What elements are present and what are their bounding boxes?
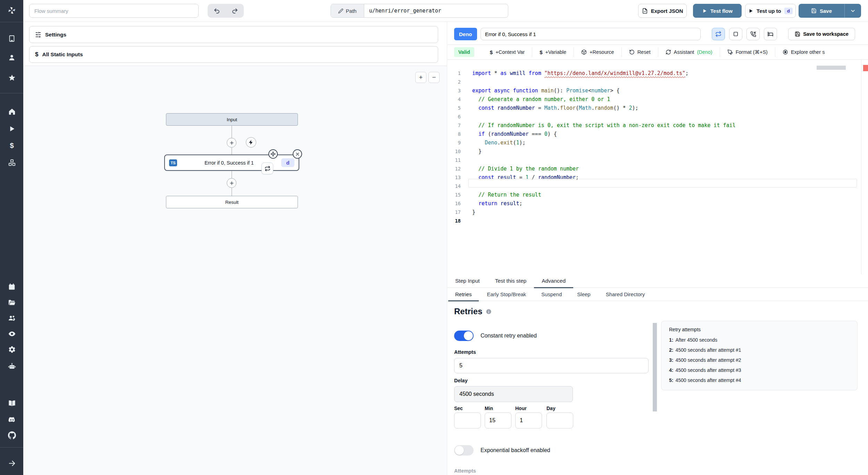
test-flow-button[interactable]: Test flow — [693, 4, 742, 18]
move-step-button[interactable] — [268, 149, 278, 159]
subtab-shared-directory[interactable]: Shared Directory — [598, 288, 653, 301]
workers-robot-icon[interactable] — [7, 361, 16, 370]
resources-boxes-icon[interactable] — [7, 158, 16, 167]
code-line[interactable]: 4 // Generate a random number, either 0 … — [448, 95, 868, 104]
subtab-sleep[interactable]: Sleep — [569, 288, 598, 301]
code-line[interactable]: 5 const randomNumber = Math.floor(Math.r… — [448, 104, 868, 112]
min-input[interactable] — [485, 412, 511, 428]
trigger-bolt-button[interactable] — [246, 137, 256, 148]
code-line[interactable]: 8 if (randomNumber === 0) { — [448, 130, 868, 139]
code-line[interactable]: 9 Deno.exit(1); — [448, 139, 868, 147]
subtab-retries[interactable]: Retries — [448, 288, 479, 301]
settings-gear-icon[interactable] — [7, 345, 16, 354]
line-number: 8 — [448, 130, 465, 139]
schedules-calendar-icon[interactable] — [7, 282, 16, 291]
test-up-to-label: Test up to — [757, 8, 781, 14]
retries-toggle-button[interactable] — [712, 28, 725, 40]
exponential-backoff-switch[interactable] — [454, 445, 474, 456]
home-icon[interactable] — [7, 107, 16, 116]
form-scrollbar[interactable] — [653, 301, 657, 475]
expand-arrow-icon[interactable] — [7, 459, 16, 468]
constant-retry-switch[interactable] — [454, 331, 474, 341]
favorites-star-icon[interactable] — [7, 73, 16, 82]
code-line[interactable]: 15 // Return the result — [448, 191, 868, 199]
code-line[interactable]: 11 — [448, 156, 868, 165]
suspend-button[interactable] — [746, 28, 760, 40]
flow-node-input[interactable]: Input — [166, 113, 298, 126]
code-line[interactable]: 17} — [448, 208, 868, 217]
info-icon[interactable] — [486, 309, 492, 315]
code-line[interactable]: 2 — [448, 78, 868, 86]
all-static-inputs-button[interactable]: $ All Static Inputs — [29, 46, 438, 63]
format-button[interactable]: Format (⌘+S) — [720, 47, 775, 57]
code-line[interactable]: 16 return result; — [448, 199, 868, 208]
save-to-workspace-button[interactable]: Save to workspace — [788, 28, 855, 40]
sec-input[interactable] — [454, 412, 481, 428]
explore-scripts-button[interactable]: Explore other s — [775, 47, 832, 57]
zoom-in-button[interactable]: + — [415, 72, 426, 83]
add-step-button[interactable] — [227, 138, 236, 148]
tab-step-input[interactable]: Step Input — [448, 274, 487, 288]
audit-eye-icon[interactable] — [7, 329, 16, 338]
exponential-backoff-row: Exponential backoff enabled — [454, 445, 550, 456]
redo-button[interactable] — [226, 4, 244, 18]
step-name-input[interactable] — [481, 28, 701, 40]
zoom-out-button[interactable]: − — [428, 72, 440, 83]
code-line[interactable]: 18 — [448, 217, 868, 225]
workspace-building-icon[interactable] — [7, 34, 16, 43]
windmill-logo-icon[interactable] — [7, 6, 16, 15]
undo-button[interactable] — [208, 4, 226, 18]
code-line[interactable]: 13 const result = 1 / randomNumber; — [448, 173, 868, 182]
code-line[interactable]: 1import * as wmill from "https://deno.la… — [448, 69, 868, 78]
code-line[interactable]: 14 — [448, 182, 868, 191]
delete-step-button[interactable] — [293, 149, 302, 159]
hour-input[interactable] — [515, 412, 542, 428]
subtab-early-stop[interactable]: Early Stop/Break — [479, 288, 534, 301]
tab-test-this-step[interactable]: Test this step — [487, 274, 534, 288]
code-editor[interactable]: 1import * as wmill from "https://deno.la… — [448, 60, 868, 274]
delay-input[interactable] — [454, 386, 573, 402]
retry-indicator-badge[interactable] — [261, 162, 273, 174]
code-line[interactable]: 12 // Divide 1 by the random number — [448, 165, 868, 173]
assistant-button[interactable]: Assistant (Deno) — [658, 47, 720, 57]
save-button[interactable]: Save — [799, 4, 844, 18]
add-context-var-button[interactable]: $ +Context Var — [483, 47, 532, 57]
scrollbar-thumb[interactable] — [653, 323, 657, 411]
flow-summary-input[interactable] — [29, 4, 199, 18]
folders-icon[interactable] — [7, 298, 16, 307]
constant-retry-row: Constant retry enabled — [454, 331, 537, 341]
early-stop-button[interactable] — [729, 28, 742, 40]
code-line[interactable]: 7 // If randomNumber is 0, exit the scri… — [448, 121, 868, 130]
runs-play-icon[interactable] — [7, 124, 16, 133]
test-up-to-button[interactable]: Test up to d — [745, 4, 796, 18]
flow-node-step[interactable]: TS Error if 0, Success if 1 d — [164, 155, 299, 171]
min-label: Min — [485, 406, 493, 411]
overview-ruler — [861, 60, 861, 274]
reset-button[interactable]: Reset — [621, 47, 658, 57]
add-step-button[interactable] — [227, 178, 236, 188]
export-json-button[interactable]: Export JSON — [638, 4, 687, 18]
variables-dollar-icon[interactable]: $ — [7, 141, 16, 150]
sleep-button[interactable] — [764, 28, 777, 40]
flow-settings-button[interactable]: Settings — [29, 26, 438, 43]
editor-scrollbar[interactable] — [817, 66, 846, 70]
advanced-subtabs: Retries Early Stop/Break Suspend Sleep S… — [448, 288, 868, 301]
add-variable-button[interactable]: $ +Variable — [532, 47, 574, 57]
flow-canvas[interactable]: + − Input TS Error if 0, Success if 1 d — [23, 66, 447, 475]
code-line[interactable]: 10 } — [448, 147, 868, 156]
code-line[interactable]: 6 — [448, 112, 868, 121]
discord-icon[interactable] — [7, 415, 16, 424]
tab-advanced[interactable]: Advanced — [534, 274, 573, 288]
docs-book-icon[interactable] — [7, 399, 16, 408]
attempts-input[interactable] — [454, 358, 649, 373]
subtab-suspend[interactable]: Suspend — [534, 288, 569, 301]
github-icon[interactable] — [7, 431, 16, 440]
user-icon[interactable] — [7, 53, 16, 62]
code-line[interactable]: 3export async function main(): Promise<n… — [448, 86, 868, 95]
groups-users-icon[interactable] — [7, 314, 16, 323]
day-input[interactable] — [546, 412, 573, 428]
save-dropdown-button[interactable] — [844, 4, 861, 18]
path-field[interactable]: Path u/henri/error_generator — [331, 4, 508, 18]
flow-node-result[interactable]: Result — [166, 196, 298, 208]
add-resource-button[interactable]: +Resource — [574, 47, 621, 57]
